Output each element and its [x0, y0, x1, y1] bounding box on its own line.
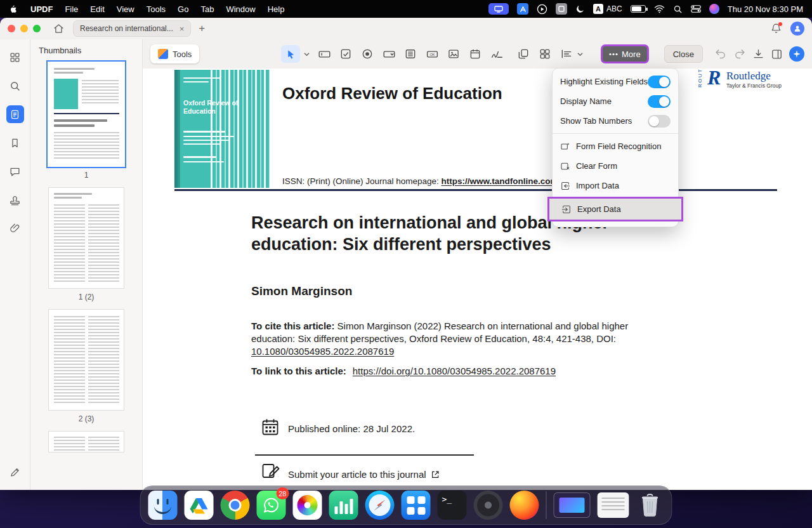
safari-icon[interactable] — [365, 491, 395, 520]
menu-help[interactable]: Help — [268, 4, 285, 14]
menubar-app-name[interactable]: UPDF — [30, 4, 53, 14]
menu-window[interactable]: Window — [226, 4, 255, 14]
screen-sharing-icon[interactable] — [488, 3, 509, 15]
updf-ai-icon[interactable] — [789, 46, 804, 62]
notifications-bell-icon[interactable] — [771, 23, 782, 34]
photos-icon[interactable] — [293, 491, 322, 520]
control-center-icon[interactable] — [691, 4, 701, 13]
page-thumbnail-2[interactable] — [48, 187, 124, 289]
siri-icon[interactable] — [709, 4, 719, 14]
spreadsheet-app-icon[interactable] — [329, 491, 358, 520]
menu-view[interactable]: View — [117, 4, 134, 14]
external-link-icon[interactable] — [431, 470, 440, 479]
text-field-tool[interactable] — [317, 46, 331, 62]
journal-homepage-link[interactable]: https://www.tandfonline.com — [442, 176, 558, 186]
align-fields-tool[interactable] — [560, 46, 573, 62]
menu-tab[interactable]: Tab — [200, 4, 214, 14]
play-status-icon[interactable] — [537, 4, 547, 15]
comments-icon[interactable] — [6, 162, 24, 180]
list-box-tool[interactable] — [403, 46, 417, 62]
menu-item-form-field-recognition[interactable]: Form Field Recognition — [553, 136, 678, 156]
attachments-paperclip-icon[interactable] — [6, 220, 24, 237]
multiple-fields-tool[interactable] — [538, 46, 552, 62]
save-download-icon[interactable] — [752, 48, 764, 60]
app-grid-icon[interactable] — [402, 491, 431, 520]
utility-app-icon[interactable] — [556, 3, 567, 15]
grid-view-icon[interactable] — [6, 48, 24, 66]
routledge-vertical-text: ROUTLEDGE — [697, 69, 703, 88]
menu-item-display-name[interactable]: Display Name — [553, 91, 678, 111]
pen-tool-icon[interactable] — [6, 463, 24, 481]
new-tab-button[interactable]: + — [199, 22, 205, 35]
input-source-indicator[interactable]: A ABC — [593, 4, 622, 14]
apple-menu-icon[interactable] — [9, 4, 18, 15]
page-thumbnail-4[interactable] — [48, 431, 124, 452]
menu-edit[interactable]: Edit — [90, 4, 104, 14]
image-field-tool[interactable] — [447, 46, 461, 62]
signature-field-tool[interactable] — [490, 46, 504, 62]
menubar-clock[interactable]: Thu 20 Nov 8:30 PM — [728, 4, 803, 14]
menu-item-export-data[interactable]: Export Data — [549, 199, 681, 220]
trash-icon[interactable] — [636, 491, 664, 520]
select-tool-button[interactable] — [281, 45, 300, 63]
bookmarks-icon[interactable] — [6, 134, 24, 152]
close-window-button[interactable] — [8, 25, 15, 32]
spotlight-search-icon[interactable] — [673, 4, 683, 14]
terminal-icon[interactable]: >_ — [438, 491, 467, 520]
search-icon[interactable] — [6, 77, 24, 95]
user-avatar[interactable] — [790, 22, 804, 36]
menu-item-import-data[interactable]: Import Data — [553, 176, 678, 195]
copy-fields-tool[interactable] — [516, 46, 530, 62]
document-tab[interactable]: Research on international... × — [73, 20, 191, 37]
article-url-link[interactable]: https://doi.org/10.1080/03054985.2022.20… — [353, 366, 556, 376]
disc-app-icon[interactable] — [474, 491, 503, 520]
radio-button-tool[interactable] — [360, 46, 374, 62]
terminal-prompt-glyph: >_ — [442, 494, 452, 504]
page-thumbnail-1[interactable] — [48, 62, 125, 167]
cover-journal-title: Oxford Review of Education — [183, 99, 247, 116]
submit-article-label[interactable]: Submit your article to this journal — [288, 469, 426, 480]
window-preview-1[interactable] — [554, 492, 591, 518]
dropdown-field-tool[interactable] — [382, 46, 396, 62]
page-thumbnail-3[interactable] — [48, 309, 124, 411]
window-preview-2[interactable] — [598, 492, 629, 518]
select-tool-chevron-icon[interactable] — [304, 52, 310, 56]
doi-link[interactable]: 10.1080/03054985.2022.2087619 — [251, 346, 394, 357]
tools-button[interactable]: Tools — [150, 44, 199, 63]
show-tab-numbers-toggle[interactable] — [648, 115, 671, 128]
close-form-mode-button[interactable]: Close — [664, 45, 703, 63]
display-name-toggle[interactable] — [648, 95, 671, 108]
export-data-label: Export Data — [577, 204, 621, 214]
menu-file[interactable]: File — [65, 4, 78, 14]
whatsapp-icon[interactable]: 28 — [257, 491, 286, 520]
firefox-icon[interactable] — [510, 491, 539, 520]
menu-item-show-tab-numbers[interactable]: Show Tab Numbers — [553, 111, 678, 131]
menu-tools[interactable]: Tools — [147, 4, 166, 14]
battery-icon[interactable] — [631, 5, 646, 13]
chrome-icon[interactable] — [221, 491, 250, 520]
date-field-tool[interactable] — [468, 46, 482, 62]
drive-icon[interactable] — [185, 491, 214, 520]
zoom-window-button[interactable] — [33, 25, 41, 32]
home-icon[interactable] — [53, 23, 64, 34]
menu-bar: UPDF File Edit View Tools Go Tab Window … — [0, 0, 812, 18]
more-button[interactable]: More — [601, 44, 649, 63]
do-not-disturb-moon-icon[interactable] — [575, 4, 585, 14]
highlight-existing-fields-toggle[interactable] — [648, 76, 671, 88]
translate-app-icon[interactable] — [517, 3, 528, 15]
wifi-icon[interactable] — [654, 4, 665, 13]
push-button-tool[interactable]: OK — [425, 46, 439, 62]
undo-icon[interactable] — [714, 48, 727, 60]
share-panel-icon[interactable] — [771, 48, 783, 60]
checkbox-tool[interactable] — [339, 46, 353, 62]
thumbnails-panel-icon[interactable] — [6, 105, 24, 123]
align-tool-chevron-icon[interactable] — [577, 52, 583, 56]
close-tab-icon[interactable]: × — [180, 24, 185, 34]
finder-icon[interactable] — [148, 491, 178, 520]
redo-icon[interactable] — [733, 48, 746, 60]
menu-item-clear-form[interactable]: Clear Form — [553, 156, 678, 176]
stamp-icon[interactable] — [6, 191, 24, 209]
menu-item-highlight-existing-fields[interactable]: Highlight Existing Fields — [553, 72, 678, 91]
menu-go[interactable]: Go — [178, 4, 188, 14]
minimize-window-button[interactable] — [20, 25, 28, 32]
